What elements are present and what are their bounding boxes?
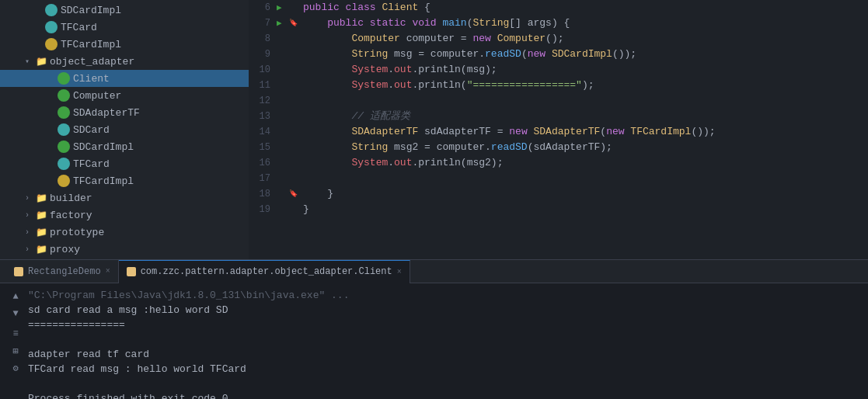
- tab-file-icon: [14, 267, 23, 276]
- sidebar-item-Computer[interactable]: Computer: [0, 87, 249, 104]
- file-icon: [58, 106, 70, 119]
- code-line-16: 16 System.out.println(msg2);: [249, 155, 868, 171]
- line-number: 17: [249, 171, 277, 186]
- sidebar-item-label: TFCardImpl: [61, 39, 121, 50]
- filter-button[interactable]: ⊞: [9, 344, 23, 358]
- chevron-right-icon: ›: [25, 211, 36, 220]
- sidebar-item-builder[interactable]: ›📁builder: [0, 189, 249, 206]
- code-content[interactable]: String msg = computer.readSD(new SDCardI…: [300, 47, 868, 62]
- chevron-right-icon: ›: [25, 228, 36, 237]
- code-line-11: 11 System.out.println("=================…: [249, 78, 868, 93]
- console-tab-bar: RectangleDemo×com.zzc.pattern.adapter.ob…: [0, 260, 868, 283]
- console-output-line: ================: [28, 317, 862, 332]
- sidebar-item-TFCardImpl_oa[interactable]: TFCardImpl: [0, 172, 249, 189]
- sidebar-item-TFCardImpl_top[interactable]: TFCardImpl: [0, 36, 249, 53]
- sidebar-item-label: SDCardImpl: [73, 141, 134, 153]
- console-tab-Client[interactable]: com.zzc.pattern.adapter.object_adapter.C…: [119, 260, 410, 283]
- settings-button[interactable]: ⚙: [9, 361, 23, 375]
- file-icon: [58, 72, 70, 85]
- sidebar-item-factory[interactable]: ›📁factory: [0, 206, 249, 224]
- line-number: 19: [249, 202, 277, 217]
- sidebar-item-proxy[interactable]: ›📁proxy: [0, 241, 249, 258]
- file-icon: [58, 141, 70, 153]
- line-number: 12: [249, 93, 277, 109]
- file-icon: [45, 38, 58, 50]
- tab-file-icon: [127, 267, 136, 276]
- console-text-area: "C:\Program Files\Java\jdk1.8.0_131\bin\…: [28, 288, 862, 394]
- line-number: 11: [249, 78, 277, 93]
- sidebar-item-label: TFCard: [73, 158, 110, 170]
- sidebar-item-label: TFCardImpl: [73, 175, 134, 187]
- code-content[interactable]: public static void main(String[] args) {: [300, 16, 868, 31]
- tab-label: RectangleDemo: [28, 266, 101, 277]
- tab-label: com.zzc.pattern.adapter.object_adapter.C…: [141, 266, 392, 277]
- console-cmd-line: "C:\Program Files\Java\jdk1.8.0_131\bin\…: [28, 288, 862, 303]
- code-content[interactable]: [300, 171, 868, 186]
- sidebar-item-label: factory: [50, 210, 92, 221]
- sidebar-item-label: SDCard: [73, 124, 110, 136]
- code-content[interactable]: Computer computer = new Computer();: [300, 31, 868, 47]
- editor-area: 6▶public class Client {7▶🔖 public static…: [249, 0, 868, 259]
- sidebar-item-label: SDAdapterTF: [73, 107, 140, 119]
- code-content[interactable]: System.out.println(msg);: [300, 62, 868, 78]
- wrap-button[interactable]: ≡: [9, 327, 23, 341]
- code-view[interactable]: 6▶public class Client {7▶🔖 public static…: [249, 0, 868, 259]
- main-area: SDCardImplTFCardTFCardImpl▾📁object_adapt…: [0, 0, 868, 259]
- console-output-line: [28, 376, 862, 391]
- code-content[interactable]: public class Client {: [300, 0, 868, 16]
- code-line-13: 13 // 适配器类: [249, 109, 868, 124]
- line-number: 7: [249, 16, 277, 31]
- console-output-line: [28, 332, 862, 347]
- sidebar-item-TFCard_top[interactable]: TFCard: [0, 19, 249, 36]
- folder-icon: 📁: [36, 210, 47, 220]
- sidebar-item-object_adapter[interactable]: ▾📁object_adapter: [0, 53, 249, 70]
- sidebar-item-label: Computer: [73, 90, 121, 102]
- sidebar-item-SDCardImpl_top[interactable]: SDCardImpl: [0, 2, 249, 19]
- code-content[interactable]: [300, 93, 868, 109]
- sidebar-item-SDCardImpl_oa[interactable]: SDCardImpl: [0, 138, 249, 155]
- chevron-down-icon: ▾: [25, 57, 36, 66]
- tab-close-button[interactable]: ×: [106, 267, 110, 276]
- folder-icon: 📁: [36, 56, 47, 67]
- sidebar-item-label: prototype: [50, 227, 104, 238]
- sidebar-item-prototype[interactable]: ›📁prototype: [0, 224, 249, 241]
- sidebar-item-label: proxy: [50, 244, 80, 255]
- line-number: 16: [249, 155, 277, 171]
- chevron-right-icon: ›: [25, 245, 36, 254]
- sidebar-item-TFCard_oa[interactable]: TFCard: [0, 155, 249, 172]
- scroll-up-button[interactable]: ▲: [9, 290, 23, 304]
- code-line-12: 12: [249, 93, 868, 109]
- folder-icon: 📁: [36, 193, 47, 203]
- file-icon: [58, 158, 70, 170]
- sidebar-item-Client[interactable]: Client: [0, 70, 249, 87]
- code-content[interactable]: System.out.println("=================");: [300, 78, 868, 93]
- line-number: 18: [249, 186, 277, 202]
- console-output-line: sd card read a msg :hello word SD: [28, 303, 862, 317]
- file-icon: [58, 123, 70, 136]
- line-number: 15: [249, 140, 277, 155]
- file-tree-sidebar: SDCardImplTFCardTFCardImpl▾📁object_adapt…: [0, 0, 249, 259]
- code-content[interactable]: // 适配器类: [300, 109, 868, 124]
- console-sidebar-buttons: ▲ ▼ ≡ ⊞ ⚙: [6, 288, 25, 394]
- scroll-down-button[interactable]: ▼: [9, 307, 23, 321]
- file-icon: [45, 4, 58, 16]
- console-tab-RectangleDemo[interactable]: RectangleDemo×: [6, 260, 119, 283]
- bookmark-icon: 🔖: [289, 186, 300, 202]
- code-content[interactable]: }: [300, 186, 868, 202]
- run-arrow-icon[interactable]: ▶: [277, 0, 289, 16]
- code-content[interactable]: System.out.println(msg2);: [300, 155, 868, 171]
- code-content[interactable]: String msg2 = computer.readSD(sdAdapterT…: [300, 140, 868, 155]
- chevron-right-icon: ›: [25, 194, 36, 203]
- tab-close-button[interactable]: ×: [397, 268, 402, 276]
- sidebar-item-label: builder: [50, 193, 92, 204]
- sidebar-item-SDCard_oa[interactable]: SDCard: [0, 121, 249, 138]
- code-line-17: 17: [249, 171, 868, 186]
- console-output-line: Process finished with exit code 0: [28, 391, 862, 399]
- file-icon: [58, 175, 70, 187]
- sidebar-item-SDAdapterTF[interactable]: SDAdapterTF: [0, 104, 249, 121]
- code-content[interactable]: SDAdapterTF sdAdapterTF = new SDAdapterT…: [300, 124, 868, 140]
- console-output: ▲ ▼ ≡ ⊞ ⚙ "C:\Program Files\Java\jdk1.8.…: [0, 283, 868, 399]
- file-icon: [58, 89, 70, 102]
- run-arrow-icon[interactable]: ▶: [277, 16, 289, 31]
- code-content[interactable]: }: [300, 202, 868, 217]
